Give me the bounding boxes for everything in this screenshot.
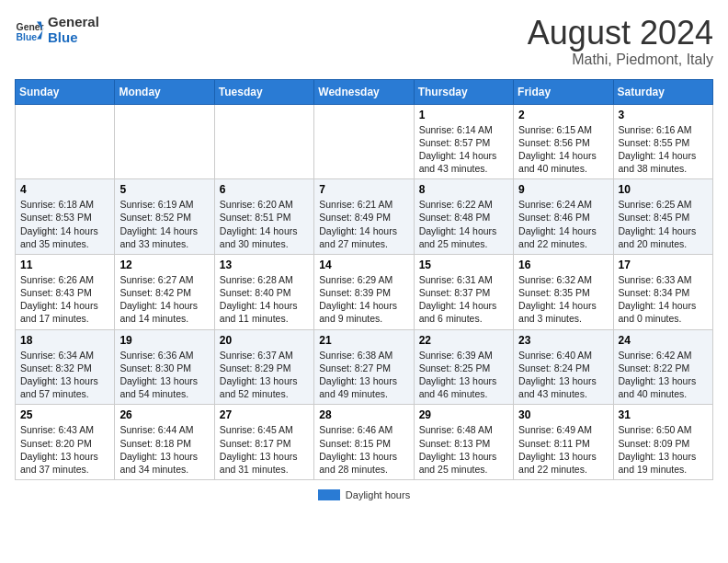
day-number: 29 [419, 408, 508, 421]
cell-content: Sunrise: 6:44 AM Sunset: 8:18 PM Dayligh… [119, 423, 209, 476]
day-number: 13 [220, 259, 309, 271]
calendar-cell: 1Sunrise: 6:14 AM Sunset: 8:57 PM Daylig… [414, 104, 513, 179]
day-number: 10 [619, 183, 708, 196]
calendar-cell: 3Sunrise: 6:16 AM Sunset: 8:55 PM Daylig… [613, 104, 712, 179]
svg-text:Blue: Blue [17, 32, 38, 42]
cell-content: Sunrise: 6:50 AM Sunset: 8:09 PM Dayligh… [619, 423, 708, 476]
cell-content: Sunrise: 6:18 AM Sunset: 8:53 PM Dayligh… [20, 198, 109, 250]
cell-content: Sunrise: 6:25 AM Sunset: 8:45 PM Dayligh… [619, 198, 708, 250]
cell-content: Sunrise: 6:49 AM Sunset: 8:11 PM Dayligh… [518, 423, 608, 476]
cell-content: Sunrise: 6:20 AM Sunset: 8:51 PM Dayligh… [220, 198, 309, 250]
day-of-week-header: Wednesday [314, 79, 414, 104]
cell-content: Sunrise: 6:39 AM Sunset: 8:25 PM Dayligh… [419, 349, 508, 401]
day-number: 2 [518, 109, 608, 121]
legend-color-swatch [318, 489, 340, 500]
calendar-cell: 6Sunrise: 6:20 AM Sunset: 8:51 PM Daylig… [214, 179, 313, 255]
calendar-cell: 30Sunrise: 6:49 AM Sunset: 8:11 PM Dayli… [514, 405, 613, 480]
legend-label: Daylight hours [346, 489, 410, 500]
cell-content: Sunrise: 6:28 AM Sunset: 8:40 PM Dayligh… [220, 273, 309, 326]
page-header: General Blue General Blue August 2024 Ma… [15, 15, 713, 68]
logo-blue-text: Blue [48, 30, 99, 46]
day-number: 27 [220, 408, 309, 421]
calendar-cell: 16Sunrise: 6:32 AM Sunset: 8:35 PM Dayli… [514, 254, 613, 329]
day-number: 3 [619, 109, 708, 121]
calendar-cell: 23Sunrise: 6:40 AM Sunset: 8:24 PM Dayli… [514, 329, 613, 405]
cell-content: Sunrise: 6:32 AM Sunset: 8:35 PM Dayligh… [518, 273, 608, 326]
cell-content: Sunrise: 6:31 AM Sunset: 8:37 PM Dayligh… [419, 273, 508, 326]
cell-content: Sunrise: 6:24 AM Sunset: 8:46 PM Dayligh… [518, 198, 608, 250]
title-block: August 2024 Mathi, Piedmont, Italy [528, 15, 713, 68]
cell-content: Sunrise: 6:21 AM Sunset: 8:49 PM Dayligh… [319, 198, 408, 250]
day-number: 9 [518, 183, 608, 196]
calendar-cell: 2Sunrise: 6:15 AM Sunset: 8:56 PM Daylig… [514, 104, 613, 179]
calendar-cell [314, 104, 414, 179]
cell-content: Sunrise: 6:22 AM Sunset: 8:48 PM Dayligh… [419, 198, 508, 250]
day-number: 26 [119, 408, 209, 421]
cell-content: Sunrise: 6:34 AM Sunset: 8:32 PM Dayligh… [20, 349, 109, 401]
day-number: 7 [319, 183, 408, 196]
footer: Daylight hours [15, 489, 713, 500]
day-number: 17 [619, 259, 708, 271]
calendar-cell: 25Sunrise: 6:43 AM Sunset: 8:20 PM Dayli… [16, 405, 115, 480]
day-of-week-header: Friday [514, 79, 613, 104]
cell-content: Sunrise: 6:29 AM Sunset: 8:39 PM Dayligh… [319, 273, 408, 326]
calendar-cell: 8Sunrise: 6:22 AM Sunset: 8:48 PM Daylig… [414, 179, 513, 255]
day-number: 5 [119, 183, 209, 196]
day-number: 19 [119, 334, 209, 347]
calendar-cell: 15Sunrise: 6:31 AM Sunset: 8:37 PM Dayli… [414, 254, 513, 329]
day-number: 4 [20, 183, 109, 196]
cell-content: Sunrise: 6:14 AM Sunset: 8:57 PM Dayligh… [419, 123, 508, 176]
day-of-week-header: Monday [115, 79, 214, 104]
calendar-cell: 29Sunrise: 6:48 AM Sunset: 8:13 PM Dayli… [414, 405, 513, 480]
day-number: 22 [419, 334, 508, 347]
day-number: 15 [419, 259, 508, 271]
cell-content: Sunrise: 6:33 AM Sunset: 8:34 PM Dayligh… [619, 273, 708, 326]
day-number: 14 [319, 259, 408, 271]
cell-content: Sunrise: 6:48 AM Sunset: 8:13 PM Dayligh… [419, 423, 508, 476]
calendar-cell: 24Sunrise: 6:42 AM Sunset: 8:22 PM Dayli… [613, 329, 712, 405]
cell-content: Sunrise: 6:40 AM Sunset: 8:24 PM Dayligh… [518, 349, 608, 401]
cell-content: Sunrise: 6:16 AM Sunset: 8:55 PM Dayligh… [619, 123, 708, 176]
location-subtitle: Mathi, Piedmont, Italy [528, 52, 713, 68]
cell-content: Sunrise: 6:36 AM Sunset: 8:30 PM Dayligh… [119, 349, 209, 401]
day-number: 24 [619, 334, 708, 347]
legend: Daylight hours [15, 489, 713, 500]
calendar-cell [115, 104, 214, 179]
cell-content: Sunrise: 6:27 AM Sunset: 8:42 PM Dayligh… [119, 273, 209, 326]
day-number: 1 [419, 109, 508, 121]
calendar-cell: 18Sunrise: 6:34 AM Sunset: 8:32 PM Dayli… [16, 329, 115, 405]
cell-content: Sunrise: 6:37 AM Sunset: 8:29 PM Dayligh… [220, 349, 309, 401]
day-number: 23 [518, 334, 608, 347]
calendar-cell: 11Sunrise: 6:26 AM Sunset: 8:43 PM Dayli… [16, 254, 115, 329]
logo-general-text: General [48, 15, 99, 30]
day-number: 31 [619, 408, 708, 421]
calendar-cell [214, 104, 313, 179]
calendar-cell: 5Sunrise: 6:19 AM Sunset: 8:52 PM Daylig… [115, 179, 214, 255]
calendar-cell: 7Sunrise: 6:21 AM Sunset: 8:49 PM Daylig… [314, 179, 414, 255]
cell-content: Sunrise: 6:38 AM Sunset: 8:27 PM Dayligh… [319, 349, 408, 401]
day-of-week-header: Sunday [16, 79, 115, 104]
cell-content: Sunrise: 6:26 AM Sunset: 8:43 PM Dayligh… [20, 273, 109, 326]
day-of-week-header: Thursday [414, 79, 513, 104]
day-number: 16 [518, 259, 608, 271]
calendar-cell: 31Sunrise: 6:50 AM Sunset: 8:09 PM Dayli… [613, 405, 712, 480]
day-of-week-header: Saturday [613, 79, 712, 104]
calendar-cell: 17Sunrise: 6:33 AM Sunset: 8:34 PM Dayli… [613, 254, 712, 329]
day-number: 18 [20, 334, 109, 347]
calendar-cell: 28Sunrise: 6:46 AM Sunset: 8:15 PM Dayli… [314, 405, 414, 480]
day-number: 20 [220, 334, 309, 347]
calendar-table: SundayMondayTuesdayWednesdayThursdayFrid… [15, 79, 713, 480]
calendar-cell: 19Sunrise: 6:36 AM Sunset: 8:30 PM Dayli… [115, 329, 214, 405]
day-number: 30 [518, 408, 608, 421]
month-year-title: August 2024 [528, 15, 713, 52]
calendar-cell: 14Sunrise: 6:29 AM Sunset: 8:39 PM Dayli… [314, 254, 414, 329]
calendar-cell [16, 104, 115, 179]
calendar-cell: 9Sunrise: 6:24 AM Sunset: 8:46 PM Daylig… [514, 179, 613, 255]
logo-icon: General Blue [15, 16, 44, 45]
day-number: 11 [20, 259, 109, 271]
cell-content: Sunrise: 6:45 AM Sunset: 8:17 PM Dayligh… [220, 423, 309, 476]
calendar-cell: 27Sunrise: 6:45 AM Sunset: 8:17 PM Dayli… [214, 405, 313, 480]
day-number: 8 [419, 183, 508, 196]
cell-content: Sunrise: 6:19 AM Sunset: 8:52 PM Dayligh… [119, 198, 209, 250]
day-of-week-header: Tuesday [214, 79, 313, 104]
